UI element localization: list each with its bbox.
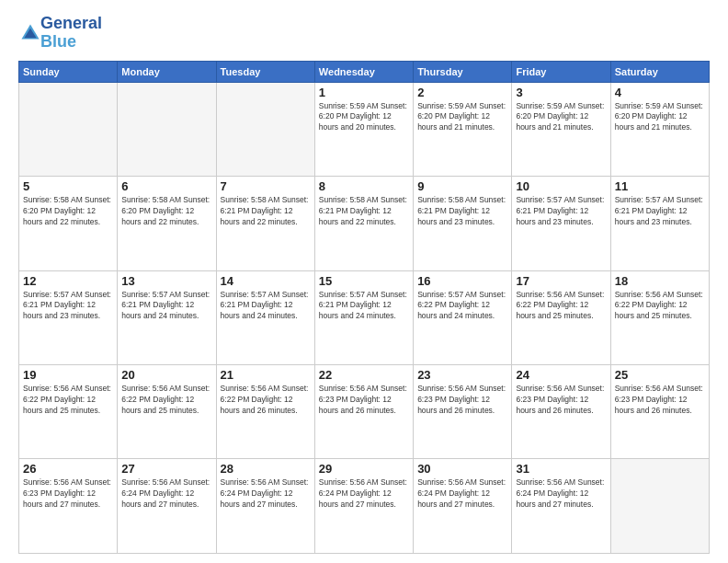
day-info: Sunrise: 5:57 AM Sunset: 6:21 PM Dayligh… bbox=[516, 195, 606, 228]
day-info: Sunrise: 5:56 AM Sunset: 6:24 PM Dayligh… bbox=[121, 477, 211, 511]
day-info: Sunrise: 5:56 AM Sunset: 6:23 PM Dayligh… bbox=[615, 384, 705, 417]
day-info: Sunrise: 5:58 AM Sunset: 6:21 PM Dayligh… bbox=[319, 195, 409, 228]
calendar-cell: 4Sunrise: 5:59 AM Sunset: 6:20 PM Daylig… bbox=[610, 82, 709, 176]
day-number: 28 bbox=[221, 462, 311, 476]
day-info: Sunrise: 5:56 AM Sunset: 6:22 PM Dayligh… bbox=[221, 384, 311, 417]
weekday-header-tuesday: Tuesday bbox=[216, 61, 314, 82]
calendar-cell: 18Sunrise: 5:56 AM Sunset: 6:22 PM Dayli… bbox=[610, 270, 709, 364]
calendar-cell: 5Sunrise: 5:58 AM Sunset: 6:20 PM Daylig… bbox=[19, 177, 118, 270]
day-info: Sunrise: 5:58 AM Sunset: 6:20 PM Dayligh… bbox=[121, 195, 211, 228]
calendar-cell: 6Sunrise: 5:58 AM Sunset: 6:20 PM Daylig… bbox=[118, 177, 216, 270]
logo: General Blue bbox=[18, 15, 102, 52]
day-number: 11 bbox=[615, 179, 705, 193]
calendar-cell bbox=[118, 82, 216, 176]
day-number: 3 bbox=[516, 86, 606, 99]
day-info: Sunrise: 5:57 AM Sunset: 6:21 PM Dayligh… bbox=[23, 290, 113, 323]
day-info: Sunrise: 5:57 AM Sunset: 6:21 PM Dayligh… bbox=[121, 290, 211, 323]
calendar-cell: 21Sunrise: 5:56 AM Sunset: 6:22 PM Dayli… bbox=[216, 365, 314, 459]
day-info: Sunrise: 5:56 AM Sunset: 6:24 PM Dayligh… bbox=[516, 477, 606, 511]
day-number: 15 bbox=[319, 274, 409, 288]
calendar-cell: 14Sunrise: 5:57 AM Sunset: 6:21 PM Dayli… bbox=[216, 270, 314, 364]
logo-text: General Blue bbox=[40, 15, 102, 52]
day-number: 12 bbox=[23, 274, 113, 288]
day-info: Sunrise: 5:56 AM Sunset: 6:24 PM Dayligh… bbox=[417, 477, 507, 511]
calendar-cell: 15Sunrise: 5:57 AM Sunset: 6:21 PM Dayli… bbox=[314, 270, 413, 364]
week-row-5: 26Sunrise: 5:56 AM Sunset: 6:23 PM Dayli… bbox=[19, 459, 710, 554]
calendar-cell: 16Sunrise: 5:57 AM Sunset: 6:22 PM Dayli… bbox=[414, 270, 512, 364]
day-number: 13 bbox=[121, 274, 211, 288]
week-row-3: 12Sunrise: 5:57 AM Sunset: 6:21 PM Dayli… bbox=[19, 270, 710, 364]
weekday-header-row: SundayMondayTuesdayWednesdayThursdayFrid… bbox=[19, 61, 710, 82]
calendar-cell: 20Sunrise: 5:56 AM Sunset: 6:22 PM Dayli… bbox=[118, 365, 216, 459]
day-number: 17 bbox=[516, 274, 606, 288]
day-info: Sunrise: 5:56 AM Sunset: 6:23 PM Dayligh… bbox=[516, 384, 606, 417]
weekday-header-thursday: Thursday bbox=[414, 61, 512, 82]
day-info: Sunrise: 5:56 AM Sunset: 6:22 PM Dayligh… bbox=[516, 290, 606, 323]
calendar-cell: 26Sunrise: 5:56 AM Sunset: 6:23 PM Dayli… bbox=[19, 459, 118, 554]
day-info: Sunrise: 5:59 AM Sunset: 6:20 PM Dayligh… bbox=[319, 101, 409, 134]
weekday-header-wednesday: Wednesday bbox=[314, 61, 413, 82]
calendar-cell: 17Sunrise: 5:56 AM Sunset: 6:22 PM Dayli… bbox=[512, 270, 610, 364]
day-number: 10 bbox=[516, 179, 606, 193]
day-number: 27 bbox=[121, 462, 211, 476]
day-number: 4 bbox=[615, 86, 705, 99]
day-number: 23 bbox=[417, 368, 507, 382]
day-number: 31 bbox=[516, 462, 606, 476]
day-info: Sunrise: 5:56 AM Sunset: 6:22 PM Dayligh… bbox=[121, 384, 211, 417]
calendar-cell: 23Sunrise: 5:56 AM Sunset: 6:23 PM Dayli… bbox=[414, 365, 512, 459]
calendar-cell: 25Sunrise: 5:56 AM Sunset: 6:23 PM Dayli… bbox=[610, 365, 709, 459]
day-info: Sunrise: 5:56 AM Sunset: 6:23 PM Dayligh… bbox=[23, 477, 113, 511]
calendar-cell: 24Sunrise: 5:56 AM Sunset: 6:23 PM Dayli… bbox=[512, 365, 610, 459]
day-info: Sunrise: 5:59 AM Sunset: 6:20 PM Dayligh… bbox=[516, 101, 606, 134]
weekday-header-monday: Monday bbox=[118, 61, 216, 82]
day-number: 7 bbox=[221, 179, 311, 193]
day-number: 14 bbox=[221, 274, 311, 288]
calendar-cell: 27Sunrise: 5:56 AM Sunset: 6:24 PM Dayli… bbox=[118, 459, 216, 554]
calendar-cell: 13Sunrise: 5:57 AM Sunset: 6:21 PM Dayli… bbox=[118, 270, 216, 364]
calendar-cell: 28Sunrise: 5:56 AM Sunset: 6:24 PM Dayli… bbox=[216, 459, 314, 554]
day-number: 6 bbox=[121, 179, 211, 193]
calendar-cell: 3Sunrise: 5:59 AM Sunset: 6:20 PM Daylig… bbox=[512, 82, 610, 176]
day-number: 2 bbox=[417, 86, 507, 99]
day-number: 1 bbox=[319, 86, 409, 99]
calendar-cell bbox=[216, 82, 314, 176]
day-number: 30 bbox=[417, 462, 507, 476]
calendar-cell: 9Sunrise: 5:58 AM Sunset: 6:21 PM Daylig… bbox=[414, 177, 512, 270]
calendar-cell bbox=[19, 82, 118, 176]
week-row-1: 1Sunrise: 5:59 AM Sunset: 6:20 PM Daylig… bbox=[19, 82, 710, 176]
day-info: Sunrise: 5:56 AM Sunset: 6:22 PM Dayligh… bbox=[615, 290, 705, 323]
day-info: Sunrise: 5:58 AM Sunset: 6:21 PM Dayligh… bbox=[417, 195, 507, 228]
calendar-cell: 22Sunrise: 5:56 AM Sunset: 6:23 PM Dayli… bbox=[314, 365, 413, 459]
day-info: Sunrise: 5:57 AM Sunset: 6:21 PM Dayligh… bbox=[221, 290, 311, 323]
day-number: 22 bbox=[319, 368, 409, 382]
day-info: Sunrise: 5:57 AM Sunset: 6:22 PM Dayligh… bbox=[417, 290, 507, 323]
calendar-cell: 30Sunrise: 5:56 AM Sunset: 6:24 PM Dayli… bbox=[414, 459, 512, 554]
page: General Blue SundayMondayTuesdayWednesda… bbox=[0, 0, 728, 563]
day-info: Sunrise: 5:59 AM Sunset: 6:20 PM Dayligh… bbox=[615, 101, 705, 134]
day-number: 20 bbox=[121, 368, 211, 382]
calendar-cell: 2Sunrise: 5:59 AM Sunset: 6:20 PM Daylig… bbox=[414, 82, 512, 176]
day-info: Sunrise: 5:56 AM Sunset: 6:24 PM Dayligh… bbox=[221, 477, 311, 511]
day-info: Sunrise: 5:56 AM Sunset: 6:22 PM Dayligh… bbox=[23, 384, 113, 417]
calendar-cell: 1Sunrise: 5:59 AM Sunset: 6:20 PM Daylig… bbox=[314, 82, 413, 176]
day-info: Sunrise: 5:57 AM Sunset: 6:21 PM Dayligh… bbox=[319, 290, 409, 323]
day-number: 16 bbox=[417, 274, 507, 288]
day-info: Sunrise: 5:58 AM Sunset: 6:20 PM Dayligh… bbox=[23, 195, 113, 228]
day-info: Sunrise: 5:58 AM Sunset: 6:21 PM Dayligh… bbox=[221, 195, 311, 228]
day-info: Sunrise: 5:59 AM Sunset: 6:20 PM Dayligh… bbox=[417, 101, 507, 134]
calendar-cell: 19Sunrise: 5:56 AM Sunset: 6:22 PM Dayli… bbox=[19, 365, 118, 459]
day-info: Sunrise: 5:56 AM Sunset: 6:23 PM Dayligh… bbox=[319, 384, 409, 417]
calendar-cell: 7Sunrise: 5:58 AM Sunset: 6:21 PM Daylig… bbox=[216, 177, 314, 270]
day-number: 9 bbox=[417, 179, 507, 193]
week-row-4: 19Sunrise: 5:56 AM Sunset: 6:22 PM Dayli… bbox=[19, 365, 710, 459]
calendar-cell bbox=[610, 459, 709, 554]
day-number: 29 bbox=[319, 462, 409, 476]
weekday-header-friday: Friday bbox=[512, 61, 610, 82]
calendar-cell: 12Sunrise: 5:57 AM Sunset: 6:21 PM Dayli… bbox=[19, 270, 118, 364]
day-number: 25 bbox=[615, 368, 705, 382]
calendar-table: SundayMondayTuesdayWednesdayThursdayFrid… bbox=[18, 61, 710, 554]
week-row-2: 5Sunrise: 5:58 AM Sunset: 6:20 PM Daylig… bbox=[19, 177, 710, 270]
day-info: Sunrise: 5:57 AM Sunset: 6:21 PM Dayligh… bbox=[615, 195, 705, 228]
day-number: 19 bbox=[23, 368, 113, 382]
day-info: Sunrise: 5:56 AM Sunset: 6:23 PM Dayligh… bbox=[417, 384, 507, 417]
